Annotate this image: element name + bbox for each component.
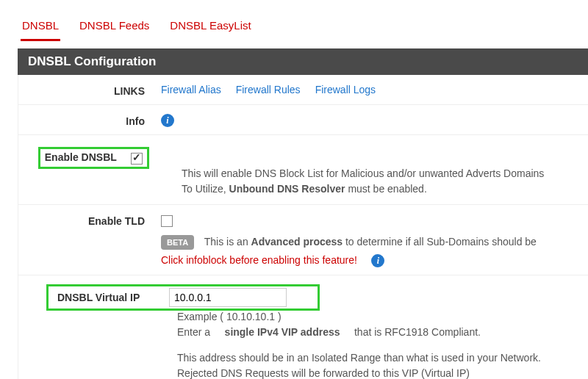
info-label: Info (29, 112, 161, 127)
vip-enter-suf: that is RFC1918 Compliant. (354, 326, 481, 338)
vip-enter-bold: single IPv4 VIP address (225, 326, 340, 338)
tld-warning: Click infoblock before enabling this fea… (161, 254, 357, 266)
vip-label: DNSBL Virtual IP (51, 292, 169, 303)
row-enable-dnsbl: Enable DNSBL This will enable DNS Block … (18, 135, 588, 205)
vip-note2: Rejected DNS Requests will be forwarded … (177, 367, 470, 379)
link-firewall-alias[interactable]: Firewall Alias (161, 84, 221, 95)
links-label: LINKS (29, 82, 161, 97)
vip-note1: This address should be in an Isolated Ra… (177, 352, 541, 364)
tab-bar: DNSBL DNSBL Feeds DNSBL EasyList (18, 15, 588, 41)
vip-enter-pre: Enter a (177, 326, 210, 338)
enable-dnsbl-help-1: This will enable DNS Block List for Mali… (182, 167, 544, 179)
info-icon[interactable]: i (161, 114, 174, 127)
enable-dnsbl-help-2b: Unbound DNS Resolver (229, 183, 345, 195)
enable-dnsbl-help-2a: To Utilize, (182, 183, 229, 195)
tld-line1-bold: Advanced process (251, 236, 343, 248)
tab-dnsbl-feeds[interactable]: DNSBL Feeds (78, 15, 151, 41)
tab-dnsbl-easylist[interactable]: DNSBL EasyList (168, 15, 252, 41)
link-firewall-rules[interactable]: Firewall Rules (236, 84, 301, 95)
enable-dnsbl-checkbox[interactable] (131, 153, 143, 165)
row-enable-tld: Enable TLD BETA This is an Advanced proc… (18, 205, 588, 275)
enable-tld-checkbox[interactable] (161, 215, 173, 227)
vip-example: Example ( 10.10.10.1 ) (177, 311, 282, 322)
enable-dnsbl-label: Enable DNSBL (45, 151, 117, 163)
tld-line1-suf: to determine if all Sub-Domains should b… (345, 236, 537, 248)
tab-dnsbl[interactable]: DNSBL (21, 15, 60, 41)
row-vip: DNSBL Virtual IP Example ( 10.10.10.1 ) … (18, 275, 588, 379)
link-firewall-logs[interactable]: Firewall Logs (315, 84, 376, 95)
tld-info-icon[interactable]: i (371, 254, 384, 267)
enable-tld-label: Enable TLD (29, 212, 161, 227)
enable-dnsbl-help-2c: must be enabled. (348, 183, 426, 195)
beta-badge: BETA (161, 235, 194, 250)
panel-title: DNSBL Configuration (18, 48, 588, 75)
tld-line1-pre: This is an (204, 236, 251, 248)
vip-input[interactable] (169, 288, 287, 307)
row-links: LINKS Firewall Alias Firewall Rules Fire… (18, 75, 588, 105)
row-info: Info i (18, 105, 588, 135)
panel-body: LINKS Firewall Alias Firewall Rules Fire… (18, 75, 588, 379)
